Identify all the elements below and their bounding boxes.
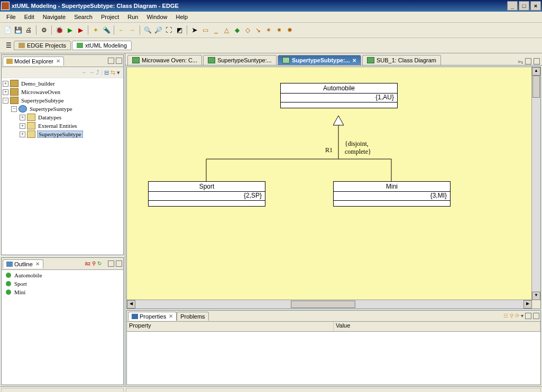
tool-super-icon[interactable]: △ (222, 25, 231, 35)
tool-assoc-icon[interactable]: ⎯ (211, 25, 221, 35)
collapse-icon[interactable]: ⊟ (104, 69, 109, 76)
zoom-in-icon[interactable]: 🔍 (143, 25, 152, 35)
zoom-sel-icon[interactable]: ◩ (174, 25, 184, 35)
nav-back-icon[interactable]: ← (117, 25, 126, 35)
tree-item[interactable]: Demo_builder (20, 80, 56, 87)
class-sport[interactable]: Sport {2,SP} (148, 181, 265, 207)
properties-tab[interactable]: Properties ✕ (128, 312, 177, 321)
scroll-thumb[interactable] (291, 301, 355, 308)
editor-tab-microwave[interactable]: Microwave Oven: C... (127, 55, 202, 65)
properties-body[interactable] (127, 332, 540, 385)
diagram-canvas[interactable]: Automobile {1,AU} R1 {disjoint, complete… (127, 67, 532, 300)
tree-item-selected[interactable]: SupertypeSubtype (37, 130, 83, 138)
editor-tab-subtype[interactable]: SupertypeSubtype:...✕ (278, 55, 361, 65)
expand-icon[interactable]: + (20, 123, 25, 129)
refresh-icon[interactable]: ↻ (97, 260, 102, 267)
print-icon[interactable]: 🖨 (24, 25, 33, 35)
nav-fwd-icon[interactable]: → (89, 69, 95, 76)
editor-tab-suntype[interactable]: SupertypeSuntype:... (203, 55, 277, 65)
up-icon[interactable]: ⤴ (96, 69, 99, 76)
column-value[interactable]: Value (334, 322, 540, 331)
minimize-view-icon[interactable] (525, 313, 531, 319)
menu-run[interactable]: Run (123, 13, 142, 21)
show-list-icon[interactable]: »₁ (518, 58, 523, 65)
menu-navigate[interactable]: Navigate (39, 13, 70, 21)
close-icon[interactable]: ✕ (56, 58, 60, 64)
model-tree[interactable]: +Demo_builder +MicrowaveOven −SupertypeS… (3, 79, 122, 138)
debug-icon[interactable]: 🐞 (54, 25, 64, 35)
class-mini[interactable]: Mini {3,MI} (333, 181, 451, 207)
problems-tab[interactable]: Problems (177, 312, 208, 321)
new-model-icon[interactable]: ✦ (91, 25, 100, 35)
tree-item[interactable]: SupertypeSuntype (29, 106, 74, 112)
categories-icon[interactable]: ☷ (503, 313, 508, 319)
minimize-editor-icon[interactable] (525, 58, 531, 64)
menu-window[interactable]: Window (142, 13, 171, 21)
class-automobile[interactable]: Automobile {1,AU} (280, 83, 398, 108)
zoom-fit-icon[interactable]: ⛶ (164, 25, 173, 35)
expand-icon[interactable]: + (3, 89, 8, 95)
collapse-icon[interactable]: − (3, 98, 8, 104)
editor-tab-sub1[interactable]: SUB_1: Class Diagram (362, 55, 441, 65)
scroll-left-icon[interactable]: ◀ (127, 300, 135, 309)
model-explorer-tab[interactable]: Model Explorer ✕ (3, 57, 64, 66)
sort-az-icon[interactable]: aᴢ (85, 260, 90, 267)
tree-item[interactable]: External Entities (37, 123, 78, 129)
maximize-view-icon[interactable] (533, 313, 539, 319)
outline-item[interactable]: Mini (13, 289, 26, 295)
defaults-icon[interactable]: ⟳ (515, 313, 519, 319)
relation-label[interactable]: R1 (325, 146, 333, 154)
expand-icon[interactable]: + (20, 132, 25, 137)
tree-item[interactable]: Datatypes (37, 114, 62, 120)
collapse-icon[interactable]: − (11, 106, 17, 112)
close-button[interactable]: × (530, 1, 541, 11)
close-icon[interactable]: ✕ (169, 313, 173, 319)
maximize-view-icon[interactable] (116, 58, 122, 64)
constraint-label[interactable]: {disjoint, complete} (345, 140, 371, 156)
build-icon[interactable]: ⚙ (39, 25, 49, 35)
scroll-thumb[interactable] (532, 76, 540, 98)
outline-item[interactable]: Sport (13, 281, 28, 287)
maximize-editor-icon[interactable] (534, 58, 540, 64)
expand-icon[interactable]: + (20, 115, 25, 120)
tool-comp-icon[interactable]: ◇ (243, 25, 252, 35)
menu-project[interactable]: Project (97, 13, 123, 21)
nav-fwd-icon[interactable]: → (127, 25, 137, 35)
diagram-editor[interactable]: Automobile {1,AU} R1 {disjoint, complete… (126, 67, 541, 309)
pointer-icon[interactable]: ➤ (190, 25, 199, 35)
menu-search[interactable]: Search (70, 13, 97, 21)
filter-icon[interactable]: ⚲ (510, 313, 513, 319)
close-icon[interactable]: ✕ (352, 58, 356, 63)
menu-file[interactable]: File (2, 13, 20, 21)
tool-b-icon[interactable]: ✷ (274, 25, 284, 35)
tool-sub-icon[interactable]: ◆ (232, 25, 242, 35)
expand-icon[interactable]: + (3, 81, 8, 87)
column-property[interactable]: Property (127, 322, 334, 331)
ext-tools-icon[interactable]: ▶ (76, 25, 85, 35)
outline-tab[interactable]: Outline ✕ (3, 259, 43, 268)
new-icon[interactable]: 📄 (3, 25, 12, 35)
perspective-edge[interactable]: EDGE Projects (14, 41, 71, 50)
menu-help[interactable]: Help (172, 13, 192, 21)
perspective-xtuml[interactable]: xtUML Modeling (72, 41, 132, 50)
scroll-right-icon[interactable]: ▶ (523, 300, 532, 309)
outline-tree[interactable]: Automobile Sport Mini (3, 271, 122, 296)
scroll-up-icon[interactable]: ▲ (532, 67, 540, 76)
menu-icon[interactable]: ▾ (521, 313, 523, 319)
minimize-view-icon[interactable] (108, 260, 114, 267)
link-icon[interactable]: ⇆ (111, 69, 115, 76)
tool-class-icon[interactable]: ▭ (200, 25, 210, 35)
tool-a-icon[interactable]: ✶ (264, 25, 273, 35)
scroll-down-icon[interactable]: ▼ (532, 292, 540, 300)
open-perspective-icon[interactable]: ☰ (4, 41, 13, 50)
maximize-button[interactable]: □ (519, 1, 529, 11)
tool-c-icon[interactable]: ✸ (285, 25, 295, 35)
minimize-view-icon[interactable] (108, 58, 114, 64)
zoom-out-icon[interactable]: 🔎 (153, 25, 163, 35)
run-icon[interactable]: ▶ (65, 25, 75, 35)
filter-icon[interactable]: ⚲ (92, 260, 96, 267)
minimize-button[interactable]: _ (507, 1, 518, 11)
search-icon[interactable]: 🔦 (102, 25, 111, 35)
menu-icon[interactable]: ▾ (117, 69, 120, 76)
tree-item[interactable]: MicrowaveOven (20, 89, 61, 95)
